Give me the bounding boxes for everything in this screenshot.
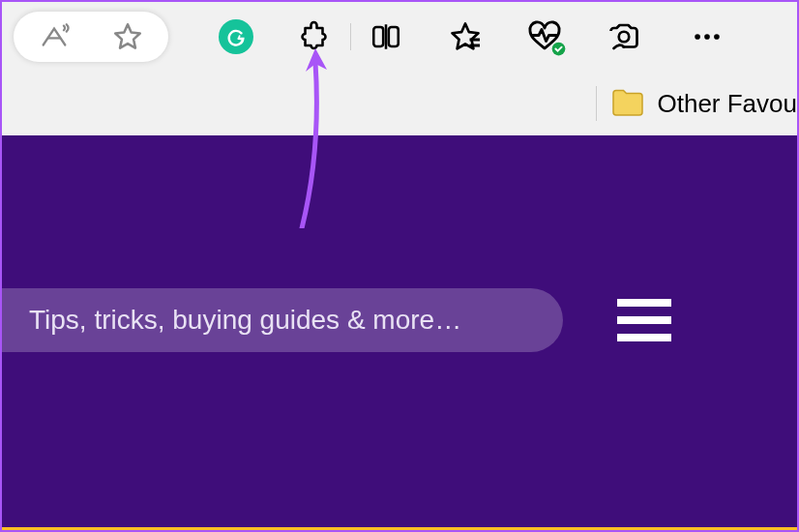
star-lines-icon (448, 19, 483, 54)
bookmarks-bar: Other Favou (2, 72, 797, 135)
browser-toolbar (2, 2, 797, 72)
svg-rect-0 (373, 27, 383, 46)
ellipsis-icon (691, 20, 724, 53)
performance-button[interactable] (521, 14, 568, 60)
svg-rect-1 (389, 27, 399, 46)
check-badge-icon (551, 42, 566, 56)
read-aloud-icon (38, 20, 71, 53)
split-screen-button[interactable] (363, 14, 409, 60)
grammarly-icon (219, 19, 253, 54)
svg-point-6 (619, 32, 630, 43)
other-favourites-folder[interactable]: Other Favou (610, 89, 797, 119)
other-favourites-label: Other Favou (657, 89, 797, 119)
more-button[interactable] (684, 14, 730, 60)
svg-point-8 (704, 34, 710, 40)
search-row: Tips, tricks, buying guides & more… (2, 288, 797, 352)
menu-button[interactable] (617, 299, 671, 341)
split-screen-icon (370, 20, 402, 53)
extensions-button[interactable] (292, 14, 339, 60)
svg-point-9 (714, 34, 720, 40)
toolbar-divider (350, 23, 351, 50)
search-input[interactable]: Tips, tricks, buying guides & more… (2, 288, 563, 352)
search-placeholder: Tips, tricks, buying guides & more… (29, 305, 461, 336)
svg-point-7 (695, 34, 700, 40)
read-aloud-button[interactable] (31, 14, 77, 60)
puzzle-icon (298, 19, 333, 54)
address-actions-pill (14, 12, 168, 62)
hamburger-icon (617, 299, 671, 307)
favorite-button[interactable] (104, 14, 151, 60)
screenshot-button[interactable] (601, 14, 647, 60)
bookmarks-divider (596, 86, 597, 121)
camera-icon (607, 19, 641, 54)
folder-icon (610, 89, 645, 118)
grammarly-button[interactable] (213, 14, 259, 60)
star-icon (111, 20, 144, 53)
page-content: Tips, tricks, buying guides & more… (2, 135, 797, 530)
collections-button[interactable] (442, 14, 488, 60)
